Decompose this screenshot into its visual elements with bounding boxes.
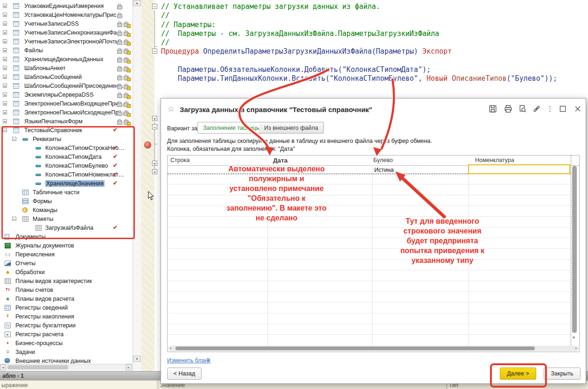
expand-icon[interactable]: +: [3, 21, 7, 26]
fold-expand-icon[interactable]: +: [152, 169, 157, 174]
column-header-3[interactable]: Булево: [373, 157, 393, 163]
more-icon[interactable]: ⋮: [546, 105, 551, 113]
scrollbar-thumb[interactable]: [175, 347, 535, 350]
tree-item-label[interactable]: Регистры сведений: [15, 304, 68, 311]
tree-item[interactable]: Планы видов расчета: [0, 295, 133, 304]
column-header-1[interactable]: Строка: [170, 157, 189, 163]
column-header-2[interactable]: Дата: [273, 157, 287, 164]
tree-item[interactable]: +УчетныеЗаписиDSS: [0, 20, 133, 28]
tree-item[interactable]: +ЭлектронноеПисьмоИсходящееПр…: [0, 108, 133, 117]
scroll-right-icon[interactable]: ▸: [126, 364, 132, 370]
tree-item[interactable]: +УчетныеЗаписиЭлектроннойПочты: [0, 37, 133, 46]
table-hscroll[interactable]: ◂ ▸: [168, 346, 579, 351]
scroll-left-icon[interactable]: ◂: [0, 364, 6, 370]
tree-horizontal-scrollbar[interactable]: ◂ ▸: [0, 364, 133, 371]
fold-expand-icon[interactable]: +: [152, 116, 157, 121]
fold-collapse-icon[interactable]: −: [152, 124, 157, 129]
table-body[interactable]: [168, 165, 571, 345]
expand-icon[interactable]: +: [3, 66, 7, 70]
link-icon[interactable]: [532, 105, 541, 113]
table-vscroll-thumb[interactable]: [572, 166, 577, 333]
tree-item[interactable]: Регистры расчета: [0, 330, 133, 339]
expand-icon[interactable]: +: [3, 4, 7, 8]
tree-item-label[interactable]: Перечисления: [15, 251, 55, 258]
tree-item[interactable]: +ЯзыкиПечатныхФорм: [0, 117, 133, 126]
tree-item-label[interactable]: Бизнес-процессы: [15, 340, 63, 347]
edit-form-link[interactable]: Изменить бланк: [167, 357, 210, 364]
tree-item-label[interactable]: Обработки: [15, 269, 45, 276]
scroll-down-icon[interactable]: ▼: [133, 356, 141, 362]
tree-item-label[interactable]: Планы видов характеристик: [15, 278, 92, 284]
expand-icon[interactable]: +: [3, 57, 7, 61]
tree-item-label[interactable]: Регистры накопления: [15, 313, 74, 320]
column-header-4[interactable]: Номенклатура: [475, 157, 514, 163]
expand-icon[interactable]: +: [3, 84, 7, 88]
tree-item-label[interactable]: ЭлектронноеПисьмоИсходящееПр…: [24, 109, 125, 116]
preview-icon[interactable]: [518, 105, 527, 113]
tree-item-label[interactable]: ХранилищеДвоичныхДанных: [24, 56, 104, 63]
tree-item-label[interactable]: УстановкаЦенНоменклатурыПрис…: [24, 12, 122, 18]
favorite-star-icon[interactable]: ☆: [168, 104, 175, 114]
close-icon[interactable]: [574, 105, 582, 113]
tree-item-label[interactable]: Внешние источники данных: [15, 358, 91, 364]
tree-item-label[interactable]: Регистры бухгалтерии: [15, 322, 76, 329]
expand-icon[interactable]: +: [3, 110, 7, 114]
tree-item[interactable]: +ШаблоныАнкет: [0, 64, 133, 73]
tree-item-label[interactable]: Задачи: [15, 349, 35, 355]
expand-icon[interactable]: +: [3, 119, 7, 123]
tree-item[interactable]: +УстановкаЦенНоменклатурыПрис…: [0, 11, 133, 20]
tree-item-label[interactable]: Отчеты: [15, 260, 35, 267]
expand-icon[interactable]: +: [3, 39, 7, 43]
scroll-left-icon[interactable]: ◂: [169, 346, 171, 350]
expand-icon[interactable]: +: [3, 30, 7, 35]
tree-item[interactable]: +ШаблоныСообщений: [0, 73, 133, 82]
breakpoint-marker[interactable]: [144, 141, 151, 149]
tree-item[interactable]: +ХранилищеДвоичныхДанных: [0, 55, 133, 64]
scroll-down-icon[interactable]: ▼: [572, 335, 576, 340]
tree-item[interactable]: Планы видов характеристик: [0, 277, 133, 286]
expand-icon[interactable]: +: [3, 92, 7, 97]
tree-item-label[interactable]: Журналы документов: [15, 242, 74, 249]
tree-item-label[interactable]: ЭкземплярыСервераDSS: [24, 92, 94, 98]
tree-item[interactable]: +ШаблоныСообщенийПрисоединенн…: [0, 82, 133, 91]
cell-boolean-value[interactable]: Истина: [374, 167, 394, 173]
tree-item[interactable]: Регистры бухгалтерии: [0, 321, 133, 330]
close-button[interactable]: Закрыть: [544, 368, 581, 380]
breakpoint-margin[interactable]: [141, 0, 154, 371]
data-table[interactable]: СтрокаДатаБулевоНоменклатура Истина ▼ ◂ …: [167, 155, 580, 352]
tree-item-label[interactable]: ЯзыкиПечатныхФорм: [24, 118, 83, 125]
tree-item[interactable]: Обработки: [0, 268, 133, 277]
expand-icon[interactable]: +: [3, 101, 7, 106]
tree-item[interactable]: Бизнес-процессы: [0, 339, 133, 348]
fold-collapse-icon[interactable]: −: [152, 49, 157, 54]
print-icon[interactable]: [504, 105, 512, 113]
scroll-right-icon[interactable]: ▸: [575, 346, 577, 350]
tree-item-label[interactable]: ШаблоныАнкет: [24, 65, 65, 71]
tree-item[interactable]: Планы счетов: [0, 286, 133, 295]
back-button[interactable]: < Назад: [167, 368, 202, 380]
fold-expand-icon[interactable]: +: [152, 161, 157, 166]
tree-item[interactable]: Журналы документов: [0, 241, 133, 250]
tree-item[interactable]: Перечисления: [0, 250, 133, 259]
fold-collapse-icon[interactable]: −: [152, 4, 157, 9]
tree-item-label[interactable]: ЭлектронноеПисьмоВходящееПри…: [24, 100, 125, 107]
tree-item[interactable]: +ЭлектронноеПисьмоВходящееПри…: [0, 99, 133, 108]
tree-item-label[interactable]: Регистры расчета: [15, 331, 63, 338]
active-cell[interactable]: [468, 164, 570, 174]
column-divider[interactable]: [158, 381, 158, 389]
tree-item[interactable]: Задачи: [0, 348, 133, 357]
tree-item-label[interactable]: ШаблоныСообщений: [24, 74, 82, 80]
tree-item-label[interactable]: УчетныеЗаписиDSS: [24, 21, 79, 27]
scrollbar-thumb[interactable]: [7, 365, 68, 369]
tree-item-label[interactable]: Планы счетов: [15, 287, 53, 293]
tab-external-file[interactable]: Из внешнего файла: [259, 122, 324, 134]
tree-item[interactable]: +Файлы: [0, 46, 133, 55]
expand-icon[interactable]: +: [3, 48, 7, 52]
help-link[interactable]: ?: [206, 357, 210, 364]
tab-fill-table[interactable]: Заполнение таблицы: [197, 122, 266, 134]
maximize-icon[interactable]: [559, 105, 567, 113]
tree-item[interactable]: Регистры накопления: [0, 312, 133, 321]
save-icon[interactable]: [489, 105, 497, 113]
tree-item-label[interactable]: УчетныеЗаписиСинхронизацииФа…: [24, 29, 123, 36]
tree-item[interactable]: +УпаковкиЕдиницыИзмерения: [0, 2, 133, 11]
